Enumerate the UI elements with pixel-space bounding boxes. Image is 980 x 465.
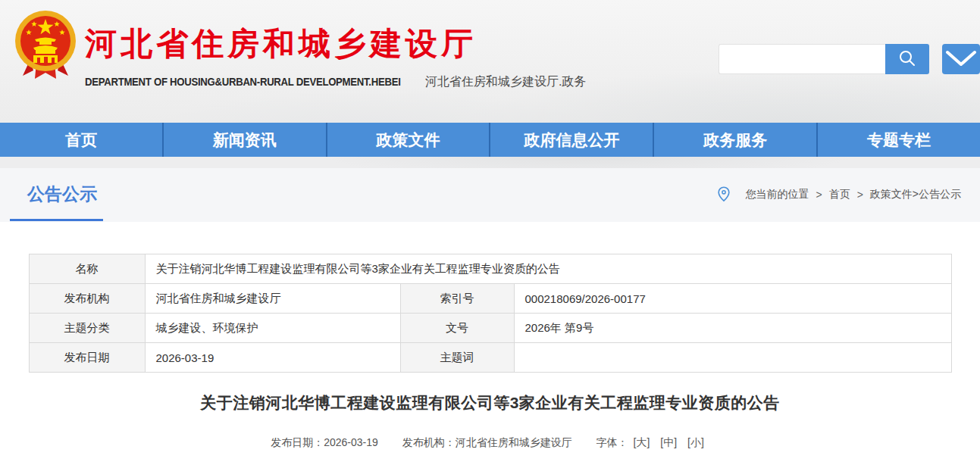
- meta-org-value: 河北省住房和城乡建设厅: [456, 436, 572, 448]
- nav-item-special-topics[interactable]: 专题专栏: [816, 123, 980, 157]
- main-content: 名称 关于注销河北华博工程建设监理有限公司等3家企业有关工程监理专业资质的公告 …: [0, 222, 980, 450]
- main-nav: 首页 新闻资讯 政策文件 政府信息公开 政务服务 专题专栏: [0, 123, 980, 157]
- breadcrumb-link-current[interactable]: 政策文件>公告公示: [870, 188, 961, 201]
- font-size-small-button[interactable]: [小]: [687, 436, 704, 448]
- nav-item-home[interactable]: 首页: [0, 123, 162, 157]
- magnifier-icon: [897, 48, 917, 70]
- meta-font-label: 字体：: [596, 436, 628, 448]
- table-row: 发布机构 河北省住房和城乡建设厅 索引号 000218069/2026-0017…: [29, 284, 951, 314]
- header-divider-strip: [0, 157, 980, 168]
- font-size-medium-button[interactable]: [中]: [660, 436, 677, 448]
- meta-org-label: 发布机构：: [402, 436, 456, 448]
- doc-number-label: 文号: [400, 314, 514, 343]
- keywords-value: [514, 343, 951, 373]
- name-label: 名称: [29, 254, 145, 284]
- keywords-label: 主题词: [400, 343, 514, 373]
- tab-active-underline: [10, 219, 103, 221]
- nav-item-news[interactable]: 新闻资讯: [162, 123, 326, 157]
- breadcrumb: 您当前的位置 > 首页 > 政策文件>公告公示: [718, 186, 961, 202]
- nav-item-policy[interactable]: 政策文件: [326, 123, 490, 157]
- table-row: 主题分类 城乡建设、环境保护 文号 2026年 第9号: [29, 314, 951, 343]
- meta-date-value: 2026-03-19: [324, 436, 378, 448]
- doc-number-value: 2026年 第9号: [514, 314, 951, 343]
- category-label: 主题分类: [29, 314, 145, 343]
- publisher-label: 发布机构: [29, 284, 145, 314]
- meta-date-label: 发布日期：: [271, 436, 324, 448]
- publisher-value: 河北省住房和城乡建设厅: [145, 284, 400, 314]
- nav-item-gov-info[interactable]: 政府信息公开: [489, 123, 653, 157]
- table-row: 发布日期 2026-03-19 主题词: [29, 343, 951, 373]
- national-emblem-icon: [14, 9, 77, 83]
- tab-announcements[interactable]: 公告公示: [27, 183, 97, 206]
- publish-date-value: 2026-03-19: [145, 343, 400, 373]
- document-info-table: 名称 关于注销河北华博工程建设监理有限公司等3家企业有关工程监理专业资质的公告 …: [29, 254, 952, 373]
- index-number-label: 索引号: [400, 284, 514, 314]
- breadcrumb-label: 您当前的位置: [745, 188, 809, 201]
- site-title: 河北省住房和城乡建设厅: [85, 23, 587, 65]
- table-row: 名称 关于注销河北华博工程建设监理有限公司等3家企业有关工程监理专业资质的公告: [29, 254, 951, 284]
- category-value: 城乡建设、环境保护: [145, 314, 400, 343]
- site-subtitle-cn: 河北省住房和城乡建设厅.政务: [425, 74, 586, 90]
- nav-item-services[interactable]: 政务服务: [653, 123, 816, 157]
- site-header: 河北省住房和城乡建设厅 DEPARTMENT OF HOUSING&URBAN-…: [0, 0, 980, 123]
- article-title: 关于注销河北华博工程建设监理有限公司等3家企业有关工程监理专业资质的公告: [0, 392, 980, 414]
- publish-date-label: 发布日期: [29, 343, 145, 373]
- site-search: [719, 44, 929, 74]
- location-pin-icon: [718, 186, 730, 202]
- envelope-icon: [942, 64, 980, 76]
- breadcrumb-link-home[interactable]: 首页: [829, 188, 850, 201]
- mail-button[interactable]: [942, 44, 980, 74]
- site-branding: 河北省住房和城乡建设厅 DEPARTMENT OF HOUSING&URBAN-…: [85, 23, 587, 90]
- search-input[interactable]: [719, 44, 885, 74]
- index-number-value: 000218069/2026-00177: [514, 284, 951, 314]
- article-meta: 发布日期：2026-03-19 发布机构：河北省住房和城乡建设厅 字体：[大][…: [0, 436, 980, 450]
- font-size-large-button[interactable]: [大]: [634, 436, 650, 448]
- breadcrumb-separator: >: [816, 189, 822, 201]
- search-button[interactable]: [885, 44, 929, 74]
- breadcrumb-separator: >: [857, 189, 863, 201]
- section-bar: 公告公示 您当前的位置 > 首页 > 政策文件>公告公示: [0, 168, 980, 222]
- site-subtitle-en: DEPARTMENT OF HOUSING&URBAN-RURAL DEVELO…: [85, 76, 401, 88]
- name-value: 关于注销河北华博工程建设监理有限公司等3家企业有关工程监理专业资质的公告: [145, 254, 951, 284]
